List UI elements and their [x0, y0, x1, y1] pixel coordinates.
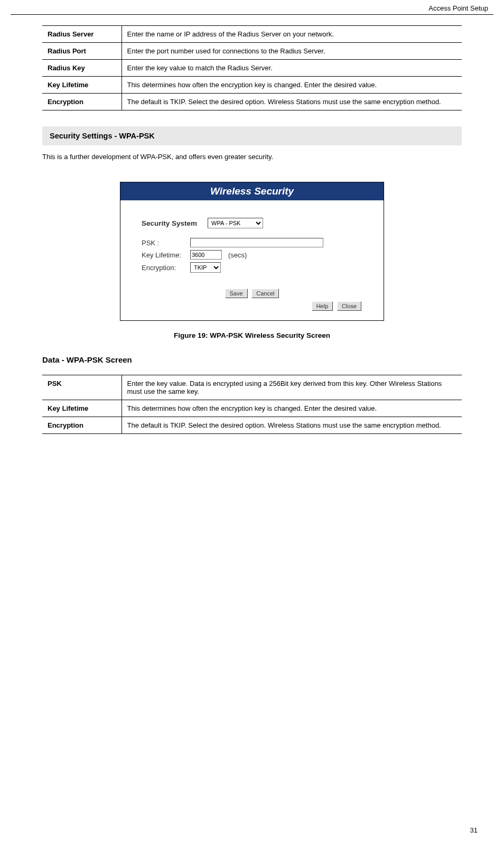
- security-system-label: Security System: [142, 219, 208, 227]
- row-label: Radius Server: [42, 26, 122, 43]
- row-label: Encryption: [42, 417, 122, 434]
- section-note: This is a further development of WPA-PSK…: [42, 151, 462, 171]
- table-row: Key Lifetime This determines how often t…: [42, 77, 462, 94]
- figure-caption: Figure 19: WPA-PSK Wireless Security Scr…: [42, 331, 462, 339]
- row-label: Key Lifetime: [42, 400, 122, 417]
- table-row: Encryption The default is TKIP. Select t…: [42, 94, 462, 110]
- row-description: The default is TKIP. Select the desired …: [122, 94, 462, 110]
- row-description: Enter the key value. Data is encrypted u…: [122, 375, 462, 400]
- wireless-security-screenshot: Wireless Security Security System WPA - …: [120, 182, 384, 321]
- row-label: Radius Port: [42, 43, 122, 60]
- row-description: This determines how often the encryption…: [122, 400, 462, 417]
- header-divider: [11, 14, 493, 15]
- row-label: Radius Key: [42, 60, 122, 77]
- table-row: Radius Key Enter the key value to match …: [42, 60, 462, 77]
- page-number: 31: [470, 826, 478, 834]
- help-button[interactable]: Help: [312, 301, 333, 311]
- key-lifetime-label: Key Lifetime:: [142, 251, 190, 259]
- table-row: Encryption The default is TKIP. Select t…: [42, 417, 462, 434]
- screenshot-title: Wireless Security: [120, 182, 384, 200]
- row-description: Enter the name or IP address of the Radi…: [122, 26, 462, 43]
- row-label: Encryption: [42, 94, 122, 110]
- cancel-button[interactable]: Cancel: [251, 289, 279, 298]
- row-description: The default is TKIP. Select the desired …: [122, 417, 462, 434]
- psk-label: PSK :: [142, 239, 190, 247]
- wpa-psk-settings-table: PSK Enter the key value. Data is encrypt…: [42, 375, 462, 434]
- table-row: Radius Server Enter the name or IP addre…: [42, 26, 462, 43]
- key-lifetime-unit: (secs): [228, 251, 247, 259]
- row-description: Enter the port number used for connectio…: [122, 43, 462, 60]
- key-lifetime-input[interactable]: [190, 250, 222, 260]
- row-label: Key Lifetime: [42, 77, 122, 94]
- row-description: Enter the key value to match the Radius …: [122, 60, 462, 77]
- psk-input[interactable]: [190, 238, 323, 247]
- data-heading: Data - WPA-PSK Screen: [42, 355, 462, 364]
- row-description: This determines how often the encryption…: [122, 77, 462, 94]
- table-row: PSK Enter the key value. Data is encrypt…: [42, 375, 462, 400]
- table-row: Key Lifetime This determines how often t…: [42, 400, 462, 417]
- encryption-select[interactable]: TKIP: [190, 262, 221, 273]
- table-row: Radius Port Enter the port number used f…: [42, 43, 462, 60]
- chapter-title: Access Point Setup: [0, 0, 504, 14]
- encryption-label: Encryption:: [142, 264, 190, 272]
- save-button[interactable]: Save: [225, 289, 248, 298]
- section-heading: Security Settings - WPA-PSK: [42, 126, 462, 145]
- row-label: PSK: [42, 375, 122, 400]
- wpa-radius-settings-table: Radius Server Enter the name or IP addre…: [42, 25, 462, 110]
- close-button[interactable]: Close: [337, 301, 361, 311]
- security-system-select[interactable]: WPA - PSK: [208, 218, 263, 228]
